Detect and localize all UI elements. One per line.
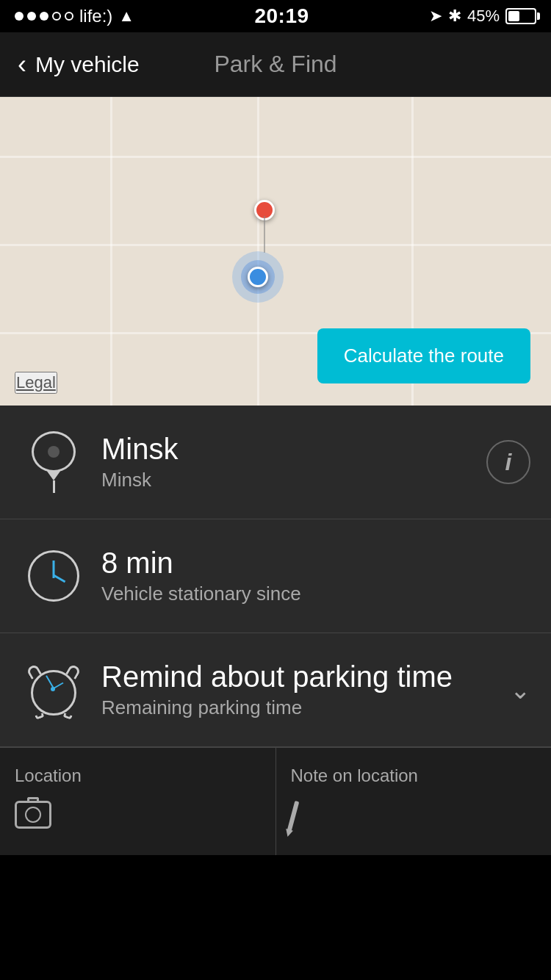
current-location-dot xyxy=(232,251,284,303)
alarm-title: Remind about parking time xyxy=(101,660,510,693)
legal-button[interactable]: Legal xyxy=(15,372,57,394)
pin-stem xyxy=(53,480,55,493)
back-chevron-icon: ‹ xyxy=(18,49,26,80)
map-road-h2 xyxy=(0,244,551,246)
battery-icon xyxy=(505,8,536,24)
city-name: Minsk xyxy=(101,433,486,466)
map-road-v1 xyxy=(110,97,112,406)
pin-icon-wrap xyxy=(21,429,87,495)
bottom-actions: Location Note on location xyxy=(0,747,551,855)
location-pin-icon xyxy=(28,431,79,493)
stationary-label: Vehicle stationary since xyxy=(101,583,530,605)
pin-triangle xyxy=(46,470,61,480)
status-right: ➤ ✱ 45% xyxy=(429,7,536,26)
location-pulse-outer xyxy=(232,251,284,303)
calculate-route-button[interactable]: Calculate the route xyxy=(317,328,530,383)
alarm-icon-wrap xyxy=(21,657,87,723)
note-location-col[interactable]: Note on location xyxy=(276,748,552,855)
wifi-icon: ▲ xyxy=(118,7,134,26)
camera-bump xyxy=(27,797,39,803)
back-button[interactable]: ‹ My vehicle xyxy=(18,49,190,80)
alarm-text: Remind about parking time Remaining park… xyxy=(87,660,510,719)
location-photo-col[interactable]: Location xyxy=(0,748,276,855)
clock-icon xyxy=(28,550,79,602)
map-view[interactable]: Legal Calculate the route xyxy=(0,97,551,406)
location-icon: ➤ xyxy=(429,7,442,26)
info-button[interactable]: i xyxy=(486,440,530,484)
nav-title: Park & Find xyxy=(190,51,361,78)
location-label: Location xyxy=(15,765,82,786)
dot-4 xyxy=(52,12,61,21)
pin-needle xyxy=(264,216,265,253)
duration-label: 8 min xyxy=(101,547,530,580)
signal-dots xyxy=(15,12,73,21)
pin-inner-dot xyxy=(48,446,60,458)
city-row: Minsk Minsk i xyxy=(0,406,551,519)
status-bar: life:) ▲ 20:19 ➤ ✱ 45% xyxy=(0,0,551,32)
carrier-label: life:) xyxy=(79,6,112,26)
chevron-down-icon: ⌄ xyxy=(510,675,530,705)
time-display: 20:19 xyxy=(254,4,309,28)
note-label: Note on location xyxy=(291,765,418,786)
info-panel: Minsk Minsk i 8 min Vehicle stationary s… xyxy=(0,406,551,855)
dot-1 xyxy=(15,12,24,21)
alarm-foot-left xyxy=(35,713,44,720)
time-text: 8 min Vehicle stationary since xyxy=(87,547,530,605)
dot-2 xyxy=(27,12,36,21)
info-icon: i xyxy=(505,449,512,476)
clock-hour-hand xyxy=(53,574,65,583)
bluetooth-icon: ✱ xyxy=(448,7,461,26)
dot-3 xyxy=(40,12,48,21)
nav-bar: ‹ My vehicle Park & Find xyxy=(0,32,551,97)
bottom-spacer xyxy=(0,855,551,980)
time-row: 8 min Vehicle stationary since xyxy=(0,519,551,633)
pin-circle xyxy=(32,431,76,472)
clock-icon-wrap xyxy=(21,543,87,609)
alarm-subtitle: Remaining parking time xyxy=(101,696,510,719)
alarm-row[interactable]: Remind about parking time Remaining park… xyxy=(0,633,551,747)
city-text: Minsk Minsk xyxy=(87,433,486,491)
back-label: My vehicle xyxy=(35,52,140,77)
location-pulse-mid xyxy=(241,260,275,294)
city-subtitle: Minsk xyxy=(101,469,486,491)
camera-icon xyxy=(15,801,51,829)
alarm-center-dot xyxy=(51,687,55,691)
map-road-h1 xyxy=(0,156,551,158)
alarm-clock-icon xyxy=(28,664,79,716)
location-dot-inner xyxy=(248,267,268,287)
camera-icon-wrap xyxy=(15,801,51,829)
pencil-icon xyxy=(287,801,299,832)
status-left: life:) ▲ xyxy=(15,6,134,26)
dot-5 xyxy=(65,12,73,21)
alarm-circle xyxy=(31,670,76,716)
alarm-foot-right xyxy=(62,713,72,720)
battery-percent: 45% xyxy=(467,7,500,26)
battery-fill xyxy=(508,11,519,21)
